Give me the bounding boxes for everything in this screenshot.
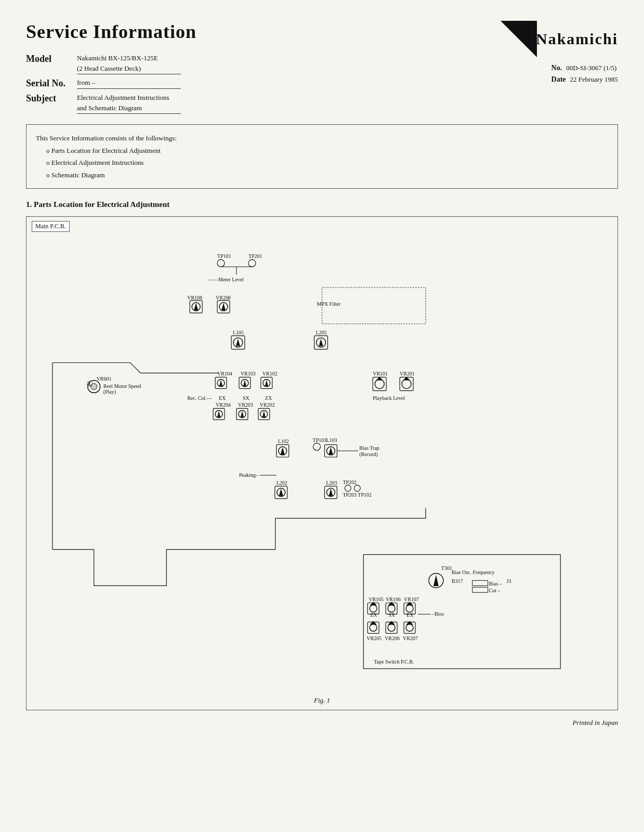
model-line2: (2 Head Cassette Deck): [77, 63, 181, 74]
svg-rect-62: [472, 587, 488, 592]
svg-point-73: [388, 624, 395, 631]
subject-value: Electrical Adjustment Instructions and S…: [77, 93, 181, 114]
l203-label: L203: [326, 480, 337, 486]
t301-label: T301: [441, 565, 452, 571]
l105-label: L105: [233, 330, 244, 335]
tp201-label: TP201: [248, 253, 262, 259]
svg-point-1: [248, 259, 256, 267]
intro-item-3: o Schematic Diagram: [46, 169, 608, 181]
diagram-box: Main P.C.B. text { font-family: 'Times N…: [26, 216, 618, 710]
pcb-diagram: text { font-family: 'Times New Roman', T…: [37, 232, 607, 690]
ex2-label: EX: [406, 612, 414, 618]
tape-switch-label: Tape Switch P.C.B.: [374, 659, 414, 665]
serial-value: from –: [77, 77, 181, 89]
page-header: Service Information Model Nakamichi BX-1…: [26, 21, 618, 114]
svg-rect-61: [472, 580, 488, 586]
model-line1: Nakamichi BX-125/BX-125E: [77, 53, 181, 63]
svg-marker-37: [241, 411, 244, 417]
l102-label: L102: [278, 438, 289, 444]
rec-col-label: Rec. Col.—: [187, 395, 212, 401]
svg-marker-15: [319, 339, 323, 346]
sx1-label: SX: [243, 395, 250, 401]
svg-marker-43: [281, 447, 285, 454]
svg-marker-52: [279, 489, 283, 496]
no-value: 00D-SI-3067 (1/5): [566, 63, 616, 74]
subject-line2: and Schematic Diagram: [77, 103, 181, 113]
reel-play-label: (Play): [103, 389, 116, 395]
vr104-label: VR104: [217, 371, 232, 376]
svg-point-29: [375, 379, 384, 388]
cut-label: Cut –: [489, 588, 501, 593]
l205-label: L205: [316, 330, 327, 335]
svg-marker-9: [221, 303, 226, 310]
vr207-label: VR207: [403, 635, 418, 641]
svg-point-31: [402, 379, 411, 388]
subject-row: Subject Electrical Adjustment Instructio…: [26, 93, 196, 114]
no-date-block: No. 00D-SI-3067 (1/5) Date 22 February 1…: [551, 62, 618, 86]
sx2-label: SX: [388, 612, 396, 618]
model-value: Nakamichi BX-125/BX-125E (2 Head Cassett…: [77, 53, 181, 74]
ex1-label: EX: [219, 395, 226, 401]
vr106-label: VR106: [386, 596, 401, 602]
svg-marker-34: [217, 411, 220, 417]
svg-point-66: [388, 605, 395, 612]
l103-label: L103: [326, 437, 337, 443]
svg-marker-24: [243, 380, 246, 386]
svg-point-68: [406, 605, 413, 612]
vr206-label: VR206: [385, 635, 400, 641]
svg-marker-47: [328, 447, 333, 454]
bias-resistor-label: Bias –: [489, 581, 503, 587]
logo-block: Nakamichi: [501, 21, 618, 57]
mpx-filter-label: MPX Filter: [317, 301, 341, 307]
intro-box: This Service Information consists of the…: [26, 124, 618, 189]
footer-text: Printed in Japan: [573, 719, 618, 726]
svg-marker-60: [433, 575, 439, 586]
svg-point-64: [370, 605, 377, 612]
intro-item-2: o Electrical Adjustment Instructions: [46, 157, 608, 168]
svg-marker-21: [219, 380, 222, 386]
svg-marker-40: [262, 411, 266, 417]
vr103-label: VR103: [241, 371, 256, 376]
footer: Printed in Japan: [26, 719, 618, 727]
header-right: Nakamichi No. 00D-SI-3067 (1/5) Date 22 …: [501, 21, 618, 86]
vr202-label: VR202: [260, 402, 275, 408]
subject-line1: Electrical Adjustment Instructions: [77, 93, 181, 103]
reel-motor-label: Reel Motor Speed: [103, 383, 141, 389]
svg-text:①: ①: [86, 380, 93, 388]
vr108-label: VR108: [187, 295, 202, 301]
tp202-label: TP202: [343, 479, 357, 485]
logo-triangle: [501, 21, 537, 57]
peaking-label: Peaking–: [239, 472, 259, 478]
tp101-label: TP101: [217, 253, 231, 259]
serial-label: Serial No.: [26, 77, 73, 89]
svg-line-77: [130, 362, 141, 373]
bias-osc-label: Bias Osc. Frequency: [452, 569, 495, 575]
vr204-label: VR204: [216, 402, 231, 408]
vr107-label: VR107: [404, 596, 419, 602]
model-label: Model: [26, 53, 73, 65]
svg-marker-55: [328, 489, 333, 496]
vr203-label: VR203: [238, 402, 253, 408]
subject-label: Subject: [26, 93, 73, 105]
svg-point-75: [406, 624, 413, 631]
zx2-label: ZX: [370, 612, 377, 618]
bias-trap-record-label: (Record): [359, 451, 377, 458]
serial-row: Serial No. from –: [26, 77, 196, 89]
b317-label: B317: [452, 578, 463, 584]
fig-caption: Fig. 1: [37, 696, 607, 705]
svg-marker-12: [236, 339, 240, 346]
zx1-label: ZX: [265, 395, 272, 401]
tp103-label: TP103: [313, 437, 327, 443]
vr205-label: VR205: [366, 635, 382, 641]
date-label: Date: [551, 74, 566, 85]
header-left: Service Information Model Nakamichi BX-1…: [26, 21, 196, 114]
vr102-label: VR102: [262, 371, 278, 376]
vr601-label: VR601: [97, 376, 112, 382]
no-label: No.: [551, 62, 562, 74]
svg-marker-27: [265, 380, 268, 386]
no-row: No. 00D-SI-3067 (1/5): [551, 62, 618, 74]
vr101-label: VR101: [373, 371, 388, 376]
section1-heading: 1. Parts Location for Electrical Adjustm…: [26, 200, 618, 209]
date-row: Date 22 February 1985: [551, 74, 618, 85]
pcb-svg: text { font-family: 'Times New Roman', T…: [37, 232, 607, 690]
